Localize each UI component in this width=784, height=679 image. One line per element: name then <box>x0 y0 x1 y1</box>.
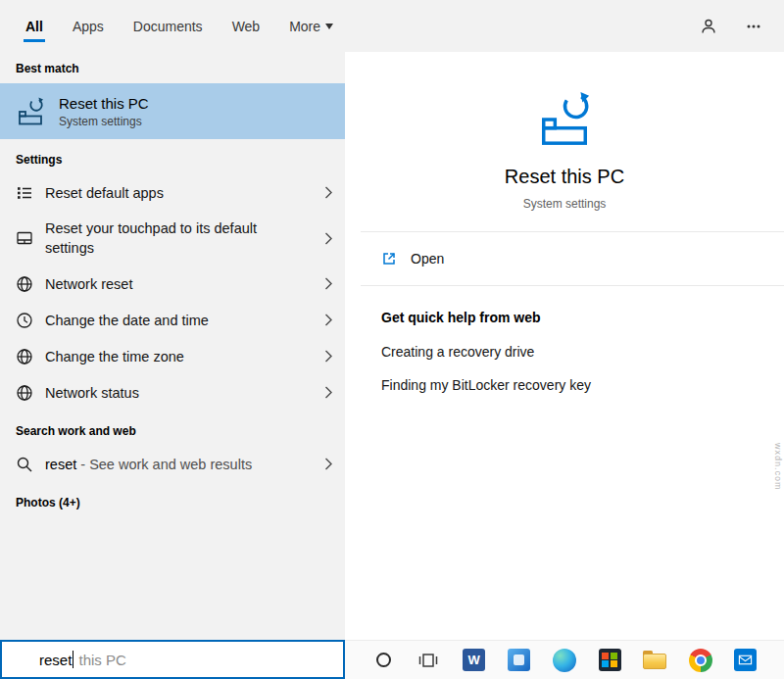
settings-item-label: Change the date and time <box>45 311 296 330</box>
photos-header: Photos (4+) <box>0 482 345 517</box>
settings-item-reset-default-apps[interactable]: Reset default apps <box>0 174 345 211</box>
web-help-section: Get quick help from web Creating a recov… <box>345 286 784 393</box>
search-work-web-header: Search work and web <box>0 411 345 446</box>
tab-more[interactable]: More <box>289 0 333 52</box>
taskbar: W <box>345 640 784 679</box>
edge-circle <box>553 649 576 672</box>
cortana-icon[interactable] <box>370 648 396 673</box>
chevron-right-icon <box>324 350 333 363</box>
tab-all-label: All <box>25 19 43 34</box>
cortana-ring <box>376 653 391 667</box>
app-blue-tile <box>508 649 530 671</box>
globe-icon <box>16 348 33 365</box>
search-rest-text: - See work and web results <box>76 457 252 472</box>
chevron-down-icon <box>325 24 333 29</box>
open-icon <box>381 251 397 267</box>
default-apps-icon <box>16 184 33 202</box>
reset-pc-icon <box>16 97 45 126</box>
file-explorer-icon[interactable] <box>642 648 667 673</box>
settings-item-network-reset[interactable]: Network reset <box>0 266 345 302</box>
search-input[interactable]: reset this PC <box>0 640 345 679</box>
watermark: wxdn.com <box>773 443 783 491</box>
search-work-web-item[interactable]: reset - See work and web results <box>0 446 345 482</box>
search-suggestion-text: this PC <box>74 652 126 668</box>
chevron-right-icon <box>324 386 333 399</box>
help-link-bitlocker-key[interactable]: Finding my BitLocker recovery key <box>381 377 784 393</box>
open-action[interactable]: Open <box>345 232 784 285</box>
edge-icon[interactable] <box>552 648 577 673</box>
settings-item-label: Network status <box>45 383 296 403</box>
tab-web-label: Web <box>232 19 261 34</box>
chevron-right-icon <box>324 458 333 470</box>
open-label: Open <box>411 251 444 267</box>
filter-tabs: All Apps Documents Web More <box>25 0 333 52</box>
settings-item-change-time-zone[interactable]: Change the time zone <box>0 338 345 374</box>
settings-item-change-date-time[interactable]: Change the date and time <box>0 302 345 338</box>
search-icon <box>16 456 33 473</box>
tab-all[interactable]: All <box>25 0 43 52</box>
preview-title: Reset this PC <box>345 166 784 188</box>
best-match-text: Reset this PC System settings <box>59 95 149 128</box>
word-tile: W <box>463 649 485 671</box>
office-tile <box>599 649 621 671</box>
tab-documents-label: Documents <box>133 19 203 34</box>
help-header: Get quick help from web <box>381 310 784 325</box>
word-icon[interactable]: W <box>462 648 487 673</box>
tab-more-label: More <box>289 19 320 34</box>
settings-item-label: Reset your touchpad to its default setti… <box>45 218 296 258</box>
mail-icon[interactable] <box>733 648 759 673</box>
settings-item-label: Change the time zone <box>45 347 296 366</box>
chrome-icon[interactable] <box>688 648 713 673</box>
tab-apps-label: Apps <box>73 19 104 34</box>
touchpad-icon <box>16 229 33 247</box>
text-caret <box>73 651 74 668</box>
clock-icon <box>16 312 33 329</box>
user-icon[interactable] <box>700 18 717 35</box>
office-icon[interactable] <box>597 648 622 673</box>
settings-item-label: Reset default apps <box>45 183 296 203</box>
results-panel: Best match Reset this PC System settings… <box>0 52 345 640</box>
network-icon <box>16 275 33 293</box>
best-match-subtitle: System settings <box>59 115 149 128</box>
chevron-right-icon <box>324 232 333 245</box>
settings-item-network-status[interactable]: Network status <box>0 374 345 411</box>
best-match-item-reset-this-pc[interactable]: Reset this PC System settings <box>0 83 345 139</box>
search-filter-bar: All Apps Documents Web More <box>0 0 784 52</box>
tab-web[interactable]: Web <box>232 0 261 52</box>
app-blue-icon[interactable] <box>507 648 532 673</box>
tab-apps[interactable]: Apps <box>73 0 104 52</box>
chevron-right-icon <box>324 277 333 290</box>
search-query-text: reset <box>45 457 76 472</box>
tab-documents[interactable]: Documents <box>133 0 203 52</box>
preview-hero: Reset this PC System settings <box>345 52 784 211</box>
reset-pc-icon <box>536 91 593 148</box>
preview-panel: Reset this PC System settings Open Get q… <box>345 52 784 640</box>
settings-header: Settings <box>0 139 345 174</box>
search-typed-text: reset <box>39 652 72 668</box>
best-match-title: Reset this PC <box>59 95 149 112</box>
mail-tile <box>734 649 757 671</box>
settings-item-label: Network reset <box>45 274 296 294</box>
chevron-right-icon <box>324 314 333 326</box>
best-match-header: Best match <box>0 52 345 83</box>
chevron-right-icon <box>324 186 333 199</box>
globe-icon <box>16 384 33 402</box>
ellipsis-icon[interactable] <box>745 18 762 35</box>
help-link-recovery-drive[interactable]: Creating a recovery drive <box>381 344 784 360</box>
task-view-icon[interactable] <box>416 648 441 673</box>
search-work-web-label: reset - See work and web results <box>45 455 296 474</box>
settings-item-reset-touchpad[interactable]: Reset your touchpad to its default setti… <box>0 211 345 266</box>
folder-shape <box>643 651 666 669</box>
preview-subtitle: System settings <box>345 197 784 211</box>
chrome-circle <box>689 649 712 672</box>
